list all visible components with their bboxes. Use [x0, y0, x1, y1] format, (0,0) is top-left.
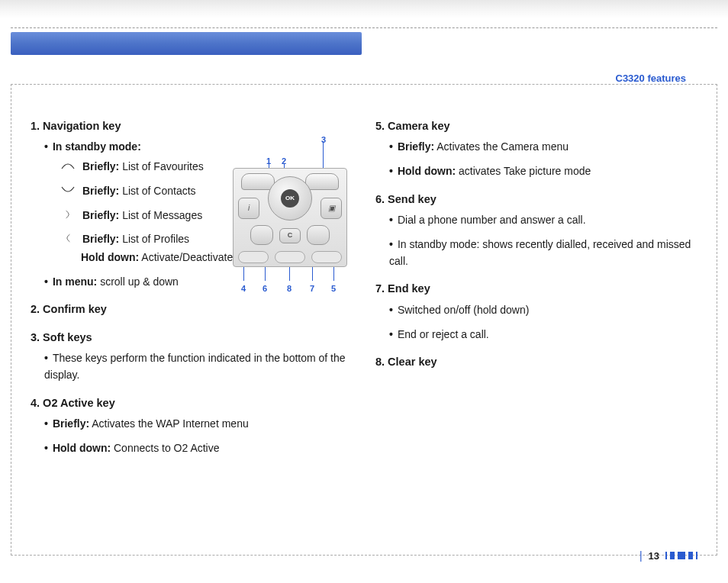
keypad-row: [238, 251, 342, 263]
clear-key: C: [279, 228, 301, 243]
nav-right-icon: [60, 208, 76, 221]
page-content: 1. Navigation key In standby mode: Brief…: [31, 107, 697, 541]
frame-border-right: [717, 84, 717, 556]
standby-mode-text: In standby mode:: [44, 140, 141, 153]
confirm-key-title: 2. Confirm key: [31, 301, 353, 317]
right-column: 5. Camera key Briefly: Activates the Cam…: [375, 107, 697, 541]
end-key-title: 7. End key: [375, 280, 697, 297]
callout-5: 5: [331, 282, 336, 295]
camera-key-title: 5. Camera key: [375, 118, 697, 134]
camera-brief-row: Briefly: Activates the Camera menu: [389, 139, 697, 156]
callout-7: 7: [310, 282, 314, 295]
frame-border-left: [11, 84, 11, 556]
dpad: OK: [268, 176, 312, 221]
frame-border-bottom: [11, 555, 717, 556]
nav-left-icon: [60, 231, 76, 245]
o2-hold-row: Hold down: Connects to O2 Active: [44, 440, 353, 457]
frame-border-top: [11, 84, 717, 85]
page-number-value: 13: [649, 550, 659, 562]
soft-key-right: [305, 173, 339, 190]
nav-left-text: Briefly: List of Profiles: [82, 231, 189, 248]
in-menu-text: In menu: scroll up & down: [44, 275, 179, 288]
send-key: [250, 225, 273, 245]
top-gradient: [0, 0, 728, 18]
soft-keys-title: 3. Soft keys: [31, 329, 353, 346]
o2-key-title: 4. O2 Active key: [31, 395, 353, 411]
nav-down-icon: [60, 183, 76, 197]
end-key-b1: Switched on/off (hold down): [389, 302, 697, 319]
camera-hold-row: Hold down: activates Take picture mode: [389, 163, 697, 180]
callout-6: 6: [263, 282, 267, 295]
end-key: [307, 225, 330, 245]
callout-4: 4: [241, 282, 246, 295]
nav-down-text: Briefly: List of Contacts: [82, 183, 196, 200]
send-key-title: 6. Send key: [375, 191, 697, 208]
nav-up-icon: [60, 159, 76, 172]
send-key-b1: Dial a phone number and answer a call.: [389, 212, 697, 229]
nav-up-text: Briefly: List of Favourites: [82, 159, 204, 176]
end-key-b2: End or reject a call.: [389, 327, 697, 343]
soft-keys-desc: These keys perform the function indicate…: [44, 350, 353, 383]
phone-body: OK i ▣ C: [233, 168, 347, 267]
send-key-b2: In standby mode: shows recently dialled,…: [389, 237, 697, 269]
clear-key-title: 8. Clear key: [375, 353, 697, 370]
nav-right-text: Briefly: List of Messages: [82, 208, 202, 224]
o2-brief-row: Briefly: Activates the WAP Internet menu: [44, 416, 353, 433]
header-blue-bar: [11, 32, 362, 55]
o2-key: i: [238, 198, 259, 219]
left-column: 1. Navigation key In standby mode: Brief…: [31, 107, 353, 541]
page-number: | 13: [639, 549, 697, 562]
phone-diagram: 3 1 2 OK i ▣ C: [219, 134, 356, 301]
callout-8: 8: [287, 282, 292, 295]
section-header: C3320 features: [616, 72, 687, 84]
top-dashed-rule: [11, 27, 717, 28]
ok-button: OK: [281, 189, 299, 208]
camera-key: ▣: [321, 198, 342, 219]
nav-key-title: 1. Navigation key: [31, 118, 353, 134]
